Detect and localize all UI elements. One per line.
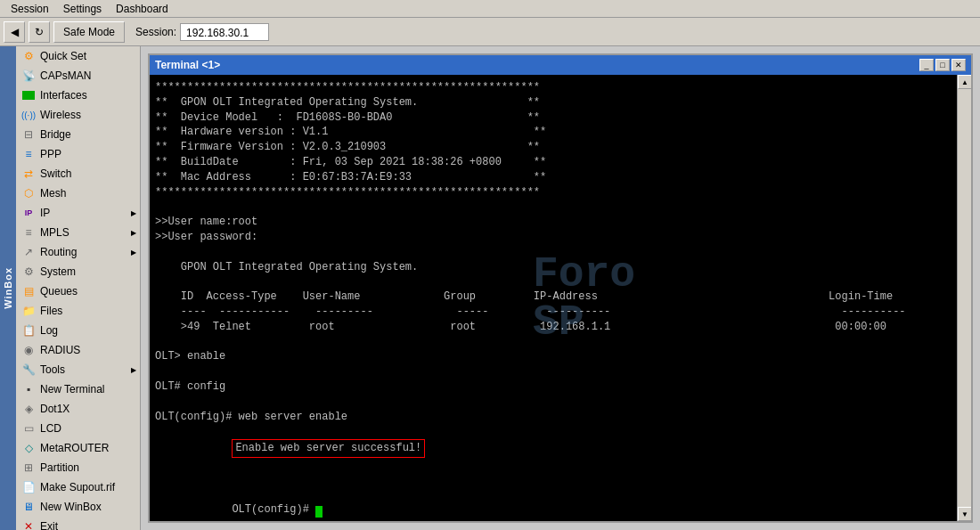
- sidebar-item-makesupout-label: Make Supout.rif: [40, 481, 115, 493]
- sidebar-item-system[interactable]: ⚙ System: [16, 262, 140, 281]
- winbox-label: WinBox: [3, 267, 13, 309]
- terminal-line-stars2: ****************************************…: [155, 185, 951, 200]
- terminal-line-stars1: ****************************************…: [155, 80, 951, 95]
- sidebar-item-bridge[interactable]: ⊟ Bridge: [16, 125, 140, 144]
- terminal-table-header: ID Access-Type User-Name Group IP-Addres…: [155, 289, 951, 305]
- terminal-login1: >>User name:root: [155, 215, 951, 230]
- content-area: Terminal <1> _ □ ✕ *********************…: [141, 46, 980, 530]
- system-icon: ⚙: [21, 265, 36, 279]
- newterminal-icon: ▪: [21, 382, 36, 396]
- makesupout-icon: 📄: [21, 480, 36, 494]
- sidebar-item-routing-label: Routing: [40, 246, 77, 258]
- sidebar-item-queues[interactable]: ▤ Queues: [16, 281, 140, 301]
- terminal-window: Terminal <1> _ □ ✕ *********************…: [148, 53, 973, 523]
- terminal-titlebar: Terminal <1> _ □ ✕: [150, 55, 971, 75]
- sidebar-item-newwinbox-label: New WinBox: [40, 501, 102, 513]
- sidebar-item-metarouter[interactable]: ◇ MetaROUTER: [16, 438, 140, 458]
- terminal-line-blank6: [155, 395, 951, 410]
- sidebar-item-log[interactable]: 📋 Log: [16, 321, 140, 340]
- sidebar-item-routing[interactable]: ↗ Routing: [16, 242, 140, 262]
- sidebar-item-capsman-label: CAPsMAN: [40, 69, 91, 82]
- lcd-icon: ▭: [21, 421, 36, 436]
- terminal-body[interactable]: ****************************************…: [150, 75, 957, 521]
- sidebar-item-newterminal[interactable]: ▪ New Terminal: [16, 379, 140, 399]
- sidebar-item-exit[interactable]: ✕ Exit: [16, 517, 140, 530]
- log-icon: 📋: [21, 323, 36, 338]
- sidebar-item-mesh[interactable]: ⬡ Mesh: [16, 183, 140, 203]
- terminal-table-row: >49 Telnet root root 192.168.1.1 00:00:0…: [155, 320, 951, 335]
- wireless-icon: ((·)): [21, 108, 36, 122]
- terminal-line1: ** GPON OLT Integrated Operating System.…: [155, 95, 951, 110]
- scroll-track: [958, 89, 971, 507]
- dot1x-icon: ◈: [21, 402, 36, 416]
- sidebar-item-mpls[interactable]: ≡ MPLS: [16, 223, 140, 242]
- terminal-line-blank3: [155, 274, 951, 289]
- sidebar-item-files-label: Files: [40, 305, 62, 317]
- terminal-line6: ** Mac Address : E0:67:B3:7A:E9:33 **: [155, 170, 951, 185]
- safe-mode-button[interactable]: Safe Mode: [53, 21, 125, 43]
- files-icon: 📁: [21, 304, 36, 318]
- sidebar-item-exit-label: Exit: [40, 520, 58, 530]
- toolbar: ◀ ↻ Safe Mode Session: 192.168.30.1: [0, 18, 980, 46]
- menu-bar: Session Settings Dashboard: [0, 0, 980, 18]
- sidebar-item-ip[interactable]: IP IP: [16, 203, 140, 223]
- terminal-sysname: GPON OLT Integrated Operating System.: [155, 260, 951, 275]
- terminal-scrollbar: ▲ ▼: [957, 75, 971, 521]
- terminal-cmd2: OLT# config: [155, 379, 951, 395]
- sidebar-item-wireless[interactable]: ((·)) Wireless: [16, 105, 140, 125]
- partition-icon: ⊞: [21, 461, 36, 475]
- terminal-controls: _ □ ✕: [919, 59, 966, 71]
- scroll-up-button[interactable]: ▲: [958, 75, 971, 89]
- terminal-maximize-button[interactable]: □: [935, 59, 950, 71]
- winbox-sidebar: WinBox: [0, 46, 16, 530]
- sidebar-item-switch[interactable]: ⇄ Switch: [16, 164, 140, 183]
- terminal-minimize-button[interactable]: _: [919, 59, 934, 71]
- sidebar-item-metarouter-label: MetaROUTER: [40, 442, 109, 454]
- sidebar-item-interfaces[interactable]: Interfaces: [16, 86, 140, 105]
- switch-icon: ⇄: [21, 167, 36, 181]
- tools-icon: 🔧: [21, 363, 36, 377]
- sidebar-item-quickset[interactable]: ⚙ Quick Set: [16, 46, 140, 66]
- sidebar-item-radius[interactable]: ◉ RADIUS: [16, 340, 140, 360]
- newwinbox-icon: 🖥: [21, 500, 36, 514]
- menu-session[interactable]: Session: [4, 1, 56, 17]
- metarouter-icon: ◇: [21, 441, 36, 455]
- terminal-cursor: [315, 506, 323, 518]
- routing-icon: ↗: [21, 245, 36, 259]
- sidebar-item-ip-label: IP: [40, 207, 50, 219]
- menu-dashboard[interactable]: Dashboard: [109, 1, 176, 17]
- refresh-button[interactable]: ↻: [29, 21, 50, 43]
- sidebar-item-wireless-label: Wireless: [40, 109, 81, 121]
- bridge-icon: ⊟: [21, 127, 36, 142]
- terminal-prompt-line: OLT(config)#: [155, 488, 951, 521]
- sidebar-item-dot1x[interactable]: ◈ Dot1X: [16, 399, 140, 419]
- ppp-icon: ≡: [21, 147, 36, 161]
- sidebar-item-mpls-label: MPLS: [40, 226, 69, 239]
- terminal-prompt: OLT(config)#: [232, 503, 315, 516]
- terminal-line-blank2: [155, 245, 951, 260]
- menu-settings[interactable]: Settings: [56, 1, 109, 17]
- quickset-icon: ⚙: [21, 49, 36, 63]
- sidebar-item-capsman[interactable]: 📡 CAPsMAN: [16, 66, 140, 86]
- sidebar-item-makesupout[interactable]: 📄 Make Supout.rif: [16, 477, 140, 497]
- sidebar-item-newterminal-label: New Terminal: [40, 383, 104, 395]
- terminal-line3: ** Hardware version : V1.1 **: [155, 125, 951, 140]
- sidebar-item-interfaces-label: Interfaces: [40, 89, 87, 102]
- sidebar-item-ppp[interactable]: ≡ PPP: [16, 144, 140, 164]
- sidebar-item-files[interactable]: 📁 Files: [16, 301, 140, 321]
- terminal-line5: ** BuildDate : Fri, 03 Sep 2021 18:38:26…: [155, 155, 951, 170]
- back-button[interactable]: ◀: [4, 21, 25, 43]
- sidebar-item-partition[interactable]: ⊞ Partition: [16, 458, 140, 477]
- terminal-content-area: ****************************************…: [150, 75, 971, 521]
- sidebar-item-lcd[interactable]: ▭ LCD: [16, 419, 140, 438]
- capsman-icon: 📡: [21, 69, 36, 83]
- sidebar-item-tools[interactable]: 🔧 Tools: [16, 360, 140, 379]
- terminal-close-button[interactable]: ✕: [951, 59, 966, 71]
- terminal-line2: ** Device Model : FD1608S-B0-BDA0 **: [155, 110, 951, 126]
- ip-icon: IP: [21, 206, 36, 220]
- sidebar-item-newwinbox[interactable]: 🖥 New WinBox: [16, 497, 140, 517]
- sidebar-item-log-label: Log: [40, 324, 58, 337]
- scroll-down-button[interactable]: ▼: [958, 507, 971, 521]
- mpls-icon: ≡: [21, 225, 36, 240]
- mesh-icon: ⬡: [21, 186, 36, 200]
